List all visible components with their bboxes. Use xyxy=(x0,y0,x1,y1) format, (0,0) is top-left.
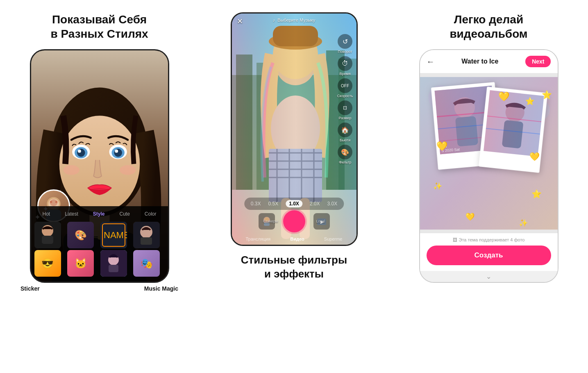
support-text: 🖼 Эта тема поддерживает 4 фото xyxy=(427,237,551,242)
column-2: ✕ ♪ Выберите Музыку ↺ Поворот ⏱ Время OF… xyxy=(199,0,389,373)
speed-icon-item[interactable]: OFF Скорость xyxy=(337,78,353,98)
sticker-cell-1[interactable] xyxy=(34,222,61,248)
mode-broadcast[interactable]: Трансляция xyxy=(246,237,271,241)
zoom-10[interactable]: 1.0X xyxy=(286,200,302,207)
label-music-magic: Music Magic xyxy=(144,285,178,292)
svg-point-15 xyxy=(115,150,118,153)
svg-point-17 xyxy=(120,165,136,175)
rotate-label: Поворот xyxy=(338,50,352,54)
rotate-icon-item[interactable]: ↺ Поворот xyxy=(337,34,353,54)
mode-superme[interactable]: Superme xyxy=(324,237,343,241)
music-bar: ♪ Выберите Музыку xyxy=(273,18,316,23)
chevron-down-icon: ⌄ xyxy=(420,271,558,282)
col3-bg-svg: PM S 2020 Sat xyxy=(420,73,558,233)
svg-rect-83 xyxy=(484,90,544,157)
sticker-cell-3[interactable]: NAME xyxy=(100,222,127,248)
zoom-03[interactable]: 0.3X xyxy=(251,201,261,207)
col1-content: New Cov ✦ ✦ Hot Latest xyxy=(31,50,168,282)
beauty-icon-item[interactable]: 🏠 Бьюти xyxy=(337,123,353,142)
water-to-ice-title: Water to Ice xyxy=(461,58,498,65)
filter-icon-item[interactable]: 🎨 Фильтр xyxy=(337,145,353,164)
tab-hot[interactable]: Hot xyxy=(39,209,53,218)
tab-color[interactable]: Color xyxy=(141,209,160,218)
svg-rect-36 xyxy=(109,265,118,272)
phone-col2: ✕ ♪ Выберите Музыку ↺ Поворот ⏱ Время OF… xyxy=(231,12,358,246)
col2-right-icons: ↺ Поворот ⏱ Время OFF Скорость ⊡ Размер … xyxy=(337,34,353,164)
next-button[interactable]: Next xyxy=(525,56,551,67)
mode-tabs: Трансляция Видео Superme xyxy=(232,237,356,241)
svg-text:💛: 💛 xyxy=(529,152,540,161)
stickers-label: Стикеры xyxy=(263,219,278,223)
filter-icon: 🎨 xyxy=(338,145,352,159)
tab-latest[interactable]: Latest xyxy=(61,209,82,218)
size-icon: ⊡ xyxy=(338,100,352,115)
svg-text:💛: 💛 xyxy=(498,91,510,102)
time-icon: ⏱ xyxy=(338,56,352,71)
sticker-cell-8[interactable]: 🎭 xyxy=(133,250,160,277)
support-label: Эта тема поддерживает 4 фото xyxy=(459,237,525,242)
svg-point-14 xyxy=(114,149,122,157)
svg-text:⭐: ⭐ xyxy=(541,90,552,100)
svg-text:⭐: ⭐ xyxy=(525,97,534,106)
beauty-icon: 🏠 xyxy=(338,123,352,137)
zoom-30[interactable]: 3.0X xyxy=(327,201,338,207)
col3-title: Легко делай видеоальбом xyxy=(450,12,527,41)
time-label: Время xyxy=(340,72,351,76)
sticker-cell-6[interactable]: 🐱 xyxy=(67,250,94,277)
col3-bottom: 🖼 Эта тема поддерживает 4 фото Создать xyxy=(420,233,558,271)
speed-label: Скорость xyxy=(337,94,353,98)
col1-title: Показывай Себя в Разных Стилях xyxy=(50,12,148,41)
size-icon-item[interactable]: ⊡ Размер xyxy=(337,100,353,120)
back-button[interactable]: ← xyxy=(427,57,435,66)
svg-rect-27 xyxy=(42,236,53,244)
tab-cute[interactable]: Cute xyxy=(116,209,133,218)
sticker-cell-4[interactable] xyxy=(133,222,160,248)
filter-label: Фильтр xyxy=(339,160,351,164)
svg-point-10 xyxy=(77,149,85,157)
svg-point-24 xyxy=(55,201,57,203)
svg-text:✨: ✨ xyxy=(433,182,443,191)
svg-text:✨: ✨ xyxy=(519,218,528,227)
create-button[interactable]: Создать xyxy=(427,246,551,265)
record-labels: Стикеры Local xyxy=(232,219,356,223)
mode-video[interactable]: Видео xyxy=(290,237,304,241)
music-label[interactable]: Выберите Музыку xyxy=(277,18,315,23)
sticker-cell-7[interactable] xyxy=(100,250,127,277)
col3-content: ← Water to Ice Next xyxy=(420,50,558,282)
tab-row: Hot Latest Style Cute Color xyxy=(31,209,168,218)
zoom-20[interactable]: 2.0X xyxy=(310,201,320,207)
svg-text:💛: 💛 xyxy=(465,212,474,221)
music-note-icon: ♪ xyxy=(273,18,275,23)
col2-content: ✕ ♪ Выберите Музыку ↺ Поворот ⏱ Время OF… xyxy=(232,14,356,245)
close-icon[interactable]: ✕ xyxy=(237,17,243,26)
speed-icon: OFF xyxy=(338,78,352,93)
zoom-bar: 0.3X 0.5X 1.0X 2.0X 3.0X xyxy=(244,198,344,210)
phone-col1: New Cov ✦ ✦ Hot Latest xyxy=(30,49,169,283)
column-1: Показывай Себя в Разных Стилях xyxy=(0,0,199,373)
column-3: Легко делай видеоальбом ← Water to Ice N… xyxy=(389,0,588,373)
svg-text:💛: 💛 xyxy=(436,141,448,152)
image-icon: 🖼 xyxy=(453,237,457,242)
col3-header: ← Water to Ice Next xyxy=(420,50,558,73)
rotate-icon: ↺ xyxy=(338,34,352,49)
sticker-grid: 🎨 NAME xyxy=(31,222,168,277)
label-sticker: Sticker xyxy=(20,285,40,292)
svg-point-11 xyxy=(77,150,81,153)
col3-image-area: PM S 2020 Sat xyxy=(420,73,558,233)
svg-point-23 xyxy=(50,201,52,203)
beauty-label: Бьюти xyxy=(340,138,350,142)
col1-labels: Sticker Music Magic xyxy=(8,285,191,292)
phone-col3: ← Water to Ice Next xyxy=(419,49,558,283)
sticker-cell-2[interactable]: 🎨 xyxy=(67,222,94,248)
time-icon-item[interactable]: ⏱ Время xyxy=(337,56,353,76)
svg-rect-33 xyxy=(141,237,152,245)
tab-style[interactable]: Style xyxy=(90,209,108,218)
svg-point-16 xyxy=(63,165,79,175)
local-label: Local xyxy=(316,219,325,223)
size-label: Размер xyxy=(339,116,352,120)
col1-bottom-bar: Hot Latest Style Cute Color xyxy=(31,206,168,282)
zoom-05[interactable]: 0.5X xyxy=(268,201,278,207)
sticker-cell-5[interactable]: 😎 xyxy=(34,250,61,277)
col2-subtitle: Стильные фильтры и эффекты xyxy=(241,253,347,281)
svg-text:NAME: NAME xyxy=(104,230,127,240)
